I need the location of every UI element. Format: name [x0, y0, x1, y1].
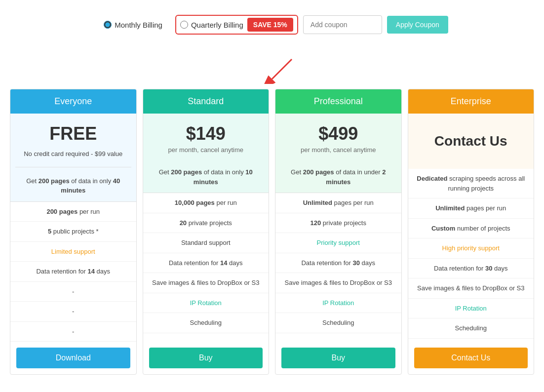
feature-row: Unlimited pages per run — [275, 193, 401, 213]
plan-price-professional: $499 per month, cancel anytime — [275, 114, 401, 161]
price-sub-professional: per month, cancel anytime — [280, 146, 396, 154]
plan-header-everyone: Everyone — [10, 89, 136, 114]
feature-row: Data retention for 14 days — [10, 262, 136, 282]
plan-header-standard: Standard — [143, 89, 269, 114]
plan-footer-professional: Buy — [275, 342, 401, 374]
download-button[interactable]: Download — [16, 348, 130, 368]
plan-footer-enterprise: Contact Us — [408, 342, 534, 374]
plan-professional: Professional $499 per month, cancel anyt… — [275, 89, 402, 375]
feature-row: 120 private projects — [275, 213, 401, 234]
feature-row: - — [10, 302, 136, 322]
quarterly-billing-option[interactable]: Quarterly Billing — [180, 21, 243, 29]
plan-price-enterprise: Contact Us — [408, 114, 534, 169]
buy-professional-button[interactable]: Buy — [281, 348, 395, 368]
price-main-standard: $149 — [148, 123, 264, 144]
plan-tagline-standard: Get 200 pages of data in only 10 minutes — [143, 161, 269, 193]
feature-row: Data retention for 14 days — [143, 253, 269, 274]
quarterly-label: Quarterly Billing — [191, 21, 243, 29]
price-sub-standard: per month, cancel anytime — [148, 146, 264, 154]
monthly-radio[interactable] — [104, 21, 112, 29]
feature-row: 10,000 pages per run — [143, 193, 269, 213]
plan-header-enterprise: Enterprise — [408, 89, 534, 114]
feature-row: - — [10, 322, 136, 342]
buy-standard-button[interactable]: Buy — [149, 348, 263, 368]
pricing-grid: Everyone FREE No credit card required - … — [10, 89, 534, 375]
arrow-annotation — [10, 54, 534, 84]
feature-row: Scheduling — [275, 313, 401, 333]
plan-footer-standard: Buy — [143, 342, 269, 374]
quarterly-wrapper: Quarterly Billing SAVE 15% — [175, 15, 298, 35]
feature-row: - — [10, 282, 136, 302]
plan-features-professional: Unlimited pages per run 120 private proj… — [275, 193, 401, 342]
price-desc-everyone: No credit card required - $99 value — [15, 144, 131, 167]
feature-row: Save images & files to DropBox or S3 — [275, 273, 401, 293]
plan-name-enterprise: Enterprise — [451, 96, 491, 106]
plan-header-professional: Professional — [275, 89, 401, 114]
monthly-label: Monthly Billing — [115, 21, 162, 29]
enterprise-price-contact: Contact Us — [413, 123, 529, 159]
plan-features-standard: 10,000 pages per run 20 private projects… — [143, 193, 269, 342]
feature-row: Dedicated scraping speeds across all run… — [408, 169, 534, 198]
feature-row: Limited support — [10, 242, 136, 262]
plan-name-standard: Standard — [188, 96, 224, 106]
plan-everyone: Everyone FREE No credit card required - … — [10, 89, 137, 375]
plan-name-professional: Professional — [314, 96, 363, 106]
svg-line-1 — [272, 59, 292, 79]
contact-us-button[interactable]: Contact Us — [414, 348, 528, 368]
price-main-everyone: FREE — [15, 123, 131, 144]
feature-row: IP Rotation — [408, 299, 534, 319]
arrow-icon — [262, 54, 302, 84]
feature-row: Scheduling — [143, 313, 269, 333]
feature-row: Save images & files to DropBox or S3 — [143, 273, 269, 293]
coupon-input[interactable] — [303, 15, 382, 34]
price-main-professional: $499 — [280, 123, 396, 144]
feature-row: IP Rotation — [275, 293, 401, 314]
monthly-billing-option[interactable]: Monthly Billing — [96, 16, 170, 34]
plan-price-standard: $149 per month, cancel anytime — [143, 114, 269, 161]
feature-row: Unlimited pages per run — [408, 198, 534, 219]
plan-price-everyone: FREE No credit card required - $99 value — [10, 114, 136, 170]
feature-row: Standard support — [143, 233, 269, 253]
quarterly-radio[interactable] — [180, 21, 188, 29]
plan-footer-everyone: Download — [10, 342, 136, 374]
plan-features-enterprise: Dedicated scraping speeds across all run… — [408, 169, 534, 342]
feature-row: Save images & files to DropBox or S3 — [408, 278, 534, 299]
feature-row: Scheduling — [408, 318, 534, 339]
save-badge: SAVE 15% — [247, 18, 293, 32]
feature-row: Data retention for 30 days — [408, 259, 534, 279]
feature-row: 5 public projects * — [10, 222, 136, 242]
feature-row: 20 private projects — [143, 213, 269, 234]
apply-coupon-button[interactable]: Apply Coupon — [387, 16, 448, 34]
feature-row: IP Rotation — [143, 293, 269, 314]
feature-row: High priority support — [408, 238, 534, 259]
plan-name-everyone: Everyone — [54, 96, 92, 106]
plan-enterprise: Enterprise Contact Us Dedicated scraping… — [408, 89, 535, 375]
feature-row: 200 pages per run — [10, 202, 136, 222]
plan-features-everyone: 200 pages per run 5 public projects * Li… — [10, 202, 136, 342]
feature-row: Custom number of projects — [408, 219, 534, 239]
billing-controls: Monthly Billing Quarterly Billing SAVE 1… — [10, 10, 534, 39]
plan-tagline-professional: Get 200 pages of data in under 2 minutes — [275, 161, 401, 193]
feature-row: Priority support — [275, 233, 401, 253]
plan-standard: Standard $149 per month, cancel anytime … — [143, 89, 270, 375]
feature-row: Data retention for 30 days — [275, 253, 401, 274]
plan-tagline-everyone: Get 200 pages of data in only 40 minutes — [10, 170, 136, 202]
